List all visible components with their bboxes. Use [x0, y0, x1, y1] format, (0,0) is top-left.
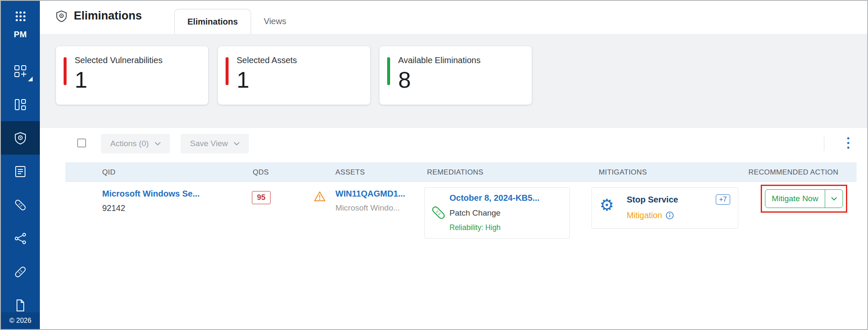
column-header-mitigations: MITIGATIONS [599, 162, 647, 182]
main-content: Eliminations Eliminations Views Selected… [40, 1, 867, 329]
sidebar: PM [1, 1, 40, 329]
save-view-label: Save View [190, 139, 228, 148]
sidebar-nav [1, 54, 40, 322]
stat-accent-bar [387, 57, 390, 85]
tab-bar: Eliminations Views [174, 9, 299, 34]
gear-icon: ⚙ [600, 197, 614, 213]
expand-corner-icon [28, 77, 33, 81]
sidebar-item-network[interactable] [1, 222, 40, 255]
dashboard-icon [14, 98, 27, 111]
patch-cross-icon [14, 265, 27, 279]
sidebar-item-reports[interactable] [1, 155, 40, 188]
sidebar-item-remediation[interactable] [1, 255, 40, 288]
remediation-title-link[interactable]: October 8, 2024-KB5... [449, 193, 539, 203]
stat-card-available-eliminations: Available Eliminations 8 [380, 46, 532, 105]
chevron-down-icon [831, 197, 837, 201]
copyright: © 2026 [1, 312, 40, 329]
warning-icon [314, 191, 326, 202]
patch-green-icon [430, 205, 447, 221]
column-header-recommended-action: RECOMMENDED ACTION [748, 162, 838, 182]
widgets-add-icon [14, 64, 27, 78]
info-icon[interactable] [666, 211, 674, 219]
sidebar-item-widgets[interactable] [1, 54, 40, 88]
sidebar-item-eliminations[interactable] [1, 121, 40, 155]
network-icon [14, 232, 27, 245]
stat-card-selected-vulnerabilities: Selected Vulnerabilities 1 [56, 46, 208, 105]
column-header-qid: QID [102, 162, 115, 182]
stat-value: 1 [237, 67, 249, 93]
sidebar-item-patches[interactable] [1, 188, 40, 222]
table-header-row: QID QDS ASSETS REMEDIATIONS MITIGATIONS … [65, 162, 857, 182]
mitigation-title: Stop Service [627, 195, 678, 205]
remediation-card: October 8, 2024-KB5... Patch Change Reli… [424, 187, 570, 238]
select-all-checkbox[interactable] [77, 139, 86, 147]
document-icon [14, 299, 27, 312]
shield-icon [14, 131, 27, 145]
toolbar-divider [824, 136, 824, 151]
app-abbreviation: PM [1, 30, 40, 39]
stat-label: Selected Assets [237, 55, 297, 65]
eliminations-table-panel: Actions (0) Save View QID QDS ASSETS REM… [40, 128, 867, 329]
stat-card-selected-assets: Selected Assets 1 [218, 46, 370, 105]
tab-eliminations[interactable]: Eliminations [174, 9, 251, 34]
eliminations-title-icon [55, 10, 68, 22]
qds-score-badge: 95 [252, 191, 271, 204]
app-launcher-button[interactable] [1, 8, 40, 25]
sidebar-item-dashboards[interactable] [1, 88, 40, 121]
asset-os: Microsoft Windo... [335, 203, 400, 213]
actions-dropdown-label: Actions (0) [110, 139, 149, 148]
stat-label: Selected Vulnerabilities [75, 55, 162, 65]
column-header-qds: QDS [253, 162, 269, 182]
app-window: PM [0, 0, 868, 330]
annotation-highlight-box: Mitigate Now [761, 185, 847, 213]
page-title-wrap: Eliminations [55, 9, 142, 22]
save-view-dropdown-button[interactable]: Save View [181, 134, 249, 153]
patch-icon [14, 198, 27, 212]
column-header-remediations: REMEDIATIONS [427, 162, 483, 182]
asset-name-link[interactable]: WIN11QAGMD1... [335, 189, 405, 199]
mitigation-card: ⚙ Stop Service +7 Mitigation [592, 187, 738, 229]
mitigate-now-caret-button[interactable] [825, 190, 843, 208]
remediation-type: Patch Change [449, 208, 500, 218]
tab-views[interactable]: Views [251, 9, 299, 34]
column-header-assets: ASSETS [335, 162, 365, 182]
apps-grid-icon [15, 11, 26, 22]
stat-accent-bar [64, 57, 67, 85]
stat-label: Available Eliminations [398, 55, 480, 65]
mitigation-type: Mitigation [627, 211, 662, 220]
stat-value: 1 [75, 67, 87, 93]
report-icon [14, 165, 27, 178]
page-title: Eliminations [74, 9, 142, 22]
actions-dropdown-button[interactable]: Actions (0) [101, 134, 170, 153]
mitigation-type-row: Mitigation [627, 211, 674, 220]
stat-accent-bar [226, 57, 229, 85]
chevron-down-icon [155, 142, 161, 146]
remediation-reliability: Reliability: High [449, 223, 501, 232]
qid-number: 92142 [102, 203, 125, 213]
stat-value: 8 [398, 67, 411, 93]
mitigate-now-split-button: Mitigate Now [765, 189, 843, 208]
more-options-kebab-button[interactable] [839, 133, 857, 152]
page-header: Eliminations Eliminations Views [40, 1, 867, 34]
mitigate-now-button[interactable]: Mitigate Now [765, 190, 825, 208]
chevron-down-icon [234, 142, 240, 146]
mitigation-more-badge[interactable]: +7 [716, 194, 730, 205]
vulnerability-title-link[interactable]: Microsoft Windows Se... [102, 189, 200, 199]
